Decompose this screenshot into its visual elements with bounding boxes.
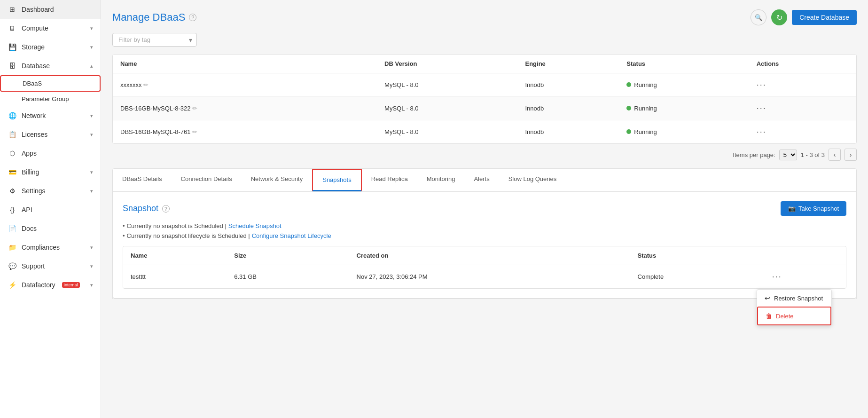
database-table: Name DB Version Engine Status Actions xx… xyxy=(113,55,856,143)
snapshot-cell-status: Complete xyxy=(630,265,765,289)
page-header: Manage DBaaS ? 🔍 ↻ Create Database xyxy=(112,9,857,25)
cell-actions: ··· xyxy=(749,97,856,120)
cell-name: DBS-16GB-MySQL-8-322 ✏ xyxy=(113,97,377,120)
col-engine: Engine xyxy=(517,55,619,73)
cell-engine: Innodb xyxy=(517,120,619,144)
tab-snapshots[interactable]: Snapshots xyxy=(312,169,361,191)
tab-network-security[interactable]: Network & Security xyxy=(242,169,313,191)
snapshot-table-wrapper: Name Size Created on Status testttt 6.31… xyxy=(123,246,846,289)
schedule-snapshot-link[interactable]: Schedule Snapshot xyxy=(228,222,282,229)
sidebar-item-billing[interactable]: 💳 Billing ▾ xyxy=(0,163,101,181)
edit-icon[interactable]: ✏ xyxy=(192,128,197,135)
sidebar-label-dashboard: Dashboard xyxy=(22,6,54,13)
chevron-down-icon: ▾ xyxy=(90,244,93,251)
database-icon: 🗄 xyxy=(8,61,17,71)
sidebar-label-storage: Storage xyxy=(22,43,45,51)
col-status: Status xyxy=(619,55,749,73)
tab-dbaas-details[interactable]: DBaaS Details xyxy=(113,169,172,191)
items-per-page-select[interactable]: 5 xyxy=(779,150,797,160)
sidebar-label-apps: Apps xyxy=(22,150,37,157)
cell-actions: ··· xyxy=(749,73,856,97)
edit-icon[interactable]: ✏ xyxy=(192,105,197,112)
sidebar-sub-item-dbaas[interactable]: DBaaS xyxy=(0,75,101,92)
row-actions-button[interactable]: ··· xyxy=(757,80,766,90)
snapshot-info: Currently no snapshot is Scheduled | Sch… xyxy=(123,222,846,239)
sidebar-item-settings[interactable]: ⚙ Settings ▾ xyxy=(0,181,101,200)
filter-by-tag-select[interactable]: Filter by tag xyxy=(112,33,197,47)
sidebar-item-support[interactable]: 💬 Support ▾ xyxy=(0,257,101,276)
sidebar-label-billing: Billing xyxy=(22,168,39,176)
restore-icon: ↩ xyxy=(765,294,770,302)
sidebar-item-docs[interactable]: 📄 Docs xyxy=(0,219,101,238)
delete-icon: 🗑 xyxy=(766,312,772,320)
snapshot-col-status: Status xyxy=(630,246,765,265)
snapshot-table: Name Size Created on Status testttt 6.31… xyxy=(123,246,846,288)
sidebar-label-network: Network xyxy=(22,112,46,119)
cell-engine: Innodb xyxy=(517,73,619,97)
sidebar-item-licenses[interactable]: 📋 Licenses ▾ xyxy=(0,125,101,144)
sidebar-item-network[interactable]: 🌐 Network ▾ xyxy=(0,106,101,125)
cell-status: Running xyxy=(619,97,749,120)
sidebar-item-api[interactable]: {} API xyxy=(0,200,101,219)
sidebar-item-compute[interactable]: 🖥 Compute ▾ xyxy=(0,19,101,38)
internal-badge: Internal xyxy=(62,282,80,288)
create-database-button[interactable]: Create Database xyxy=(792,10,857,25)
tab-alerts[interactable]: Alerts xyxy=(464,169,499,191)
settings-icon: ⚙ xyxy=(8,186,17,196)
cell-db-version: MySQL - 8.0 xyxy=(377,120,517,144)
sidebar-label-database: Database xyxy=(22,62,50,70)
support-icon: 💬 xyxy=(8,261,17,271)
header-actions: 🔍 ↻ Create Database xyxy=(751,9,857,25)
storage-icon: 💾 xyxy=(8,42,17,52)
help-icon[interactable]: ? xyxy=(189,14,196,21)
tab-monitoring[interactable]: Monitoring xyxy=(417,169,465,191)
tab-connection-details[interactable]: Connection Details xyxy=(172,169,242,191)
restore-snapshot-menu-item[interactable]: ↩ Restore Snapshot xyxy=(757,290,831,307)
sidebar-item-dashboard[interactable]: ⊞ Dashboard xyxy=(0,0,101,19)
delete-menu-item[interactable]: 🗑 Delete xyxy=(757,307,831,325)
sidebar-item-database[interactable]: 🗄 Database ▴ xyxy=(0,56,101,75)
chevron-down-icon: ▾ xyxy=(90,263,93,269)
snapshot-schedule-text: Currently no snapshot is Scheduled | xyxy=(127,222,227,229)
parameter-group-label: Parameter Group xyxy=(22,95,69,103)
billing-icon: 💳 xyxy=(8,167,17,177)
chevron-up-icon: ▴ xyxy=(90,63,93,69)
sidebar-item-compliances[interactable]: 📁 Compliances ▾ xyxy=(0,238,101,257)
chevron-down-icon: ▾ xyxy=(90,188,93,194)
status-dot xyxy=(626,129,631,134)
search-button[interactable]: 🔍 xyxy=(751,9,766,25)
sidebar-sub-item-parameter-group[interactable]: Parameter Group xyxy=(0,92,101,106)
tabs: DBaaS DetailsConnection DetailsNetwork &… xyxy=(113,169,856,192)
sidebar-item-datafactory[interactable]: ⚡ Datafactory Internal ▾ xyxy=(0,276,101,294)
pagination-prev-button[interactable]: ‹ xyxy=(829,149,841,161)
pagination-next-button[interactable]: › xyxy=(845,149,857,161)
sidebar-item-apps[interactable]: ⬡ Apps xyxy=(0,144,101,163)
refresh-button[interactable]: ↻ xyxy=(771,9,787,25)
configure-snapshot-lifecycle-link[interactable]: Configure Snapshot Lifecycle xyxy=(252,232,331,239)
row-actions-button[interactable]: ··· xyxy=(757,127,766,137)
edit-icon[interactable]: ✏ xyxy=(143,81,149,88)
snapshot-col-size: Size xyxy=(227,246,349,265)
tab-slow-log-queries[interactable]: Slow Log Queries xyxy=(499,169,566,191)
snapshot-section: Snapshot ? 📷 Take Snapshot Currently no … xyxy=(113,192,856,299)
sidebar-label-docs: Docs xyxy=(22,225,37,232)
snapshot-cell-name: testttt xyxy=(123,265,227,289)
snapshot-col-actions xyxy=(765,246,846,265)
status-dot xyxy=(626,82,631,87)
chevron-down-icon: ▾ xyxy=(90,25,93,32)
sidebar-label-support: Support xyxy=(22,262,45,270)
chevron-down-icon: ▾ xyxy=(90,44,93,50)
chevron-down-icon: ▾ xyxy=(90,132,93,138)
snapshot-title: Snapshot ? xyxy=(123,204,170,213)
row-actions-button[interactable]: ··· xyxy=(757,103,766,113)
tab-read-replica[interactable]: Read Replica xyxy=(362,169,417,191)
col-actions: Actions xyxy=(749,55,856,73)
take-snapshot-button[interactable]: 📷 Take Snapshot xyxy=(781,201,846,216)
cell-status: Running xyxy=(619,120,749,144)
snapshot-col-created-on: Created on xyxy=(349,246,630,265)
snapshot-help-icon[interactable]: ? xyxy=(162,205,170,213)
snapshot-cell-actions: ··· xyxy=(765,265,846,289)
snapshot-actions-button[interactable]: ··· xyxy=(772,272,782,282)
sidebar-item-storage[interactable]: 💾 Storage ▾ xyxy=(0,38,101,56)
dbaas-label: DBaaS xyxy=(23,80,42,87)
